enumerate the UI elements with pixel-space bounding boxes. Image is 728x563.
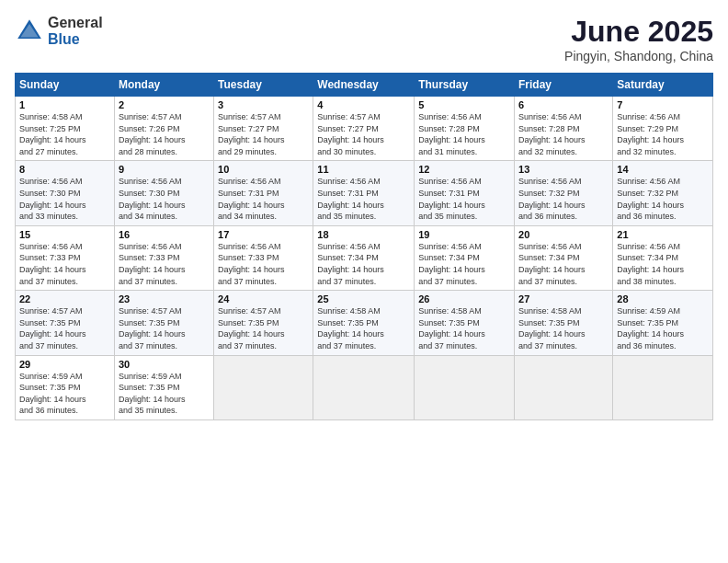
day-info: Sunrise: 4:59 AM Sunset: 7:35 PM Dayligh…: [119, 371, 210, 417]
calendar-cell: 26Sunrise: 4:58 AM Sunset: 7:35 PM Dayli…: [415, 291, 515, 355]
day-number: 26: [418, 293, 510, 304]
day-number: 25: [317, 293, 410, 304]
day-info: Sunrise: 4:56 AM Sunset: 7:30 PM Dayligh…: [119, 176, 210, 222]
day-number: 30: [119, 359, 210, 370]
calendar-cell: 21Sunrise: 4:56 AM Sunset: 7:34 PM Dayli…: [613, 225, 713, 290]
calendar-cell: 1Sunrise: 4:58 AM Sunset: 7:25 PM Daylig…: [16, 97, 115, 161]
day-number: 27: [518, 293, 609, 304]
calendar-cell: 2Sunrise: 4:57 AM Sunset: 7:26 PM Daylig…: [114, 97, 213, 161]
col-header-tuesday: Tuesday: [214, 74, 313, 97]
day-number: 4: [317, 99, 410, 110]
calendar-cell: 4Sunrise: 4:57 AM Sunset: 7:27 PM Daylig…: [313, 97, 415, 161]
logo-blue: Blue: [48, 31, 103, 48]
day-info: Sunrise: 4:57 AM Sunset: 7:27 PM Dayligh…: [218, 111, 309, 157]
calendar-cell: [214, 355, 313, 419]
day-number: 24: [218, 293, 309, 304]
col-header-thursday: Thursday: [415, 74, 515, 97]
calendar-cell: 12Sunrise: 4:56 AM Sunset: 7:31 PM Dayli…: [415, 161, 515, 225]
calendar-cell: 6Sunrise: 4:56 AM Sunset: 7:28 PM Daylig…: [515, 97, 613, 161]
logo: General Blue: [15, 15, 103, 47]
logo-icon: [15, 17, 44, 46]
day-info: Sunrise: 4:56 AM Sunset: 7:31 PM Dayligh…: [418, 176, 510, 222]
title-block: June 2025 Pingyin, Shandong, China: [564, 15, 713, 63]
day-info: Sunrise: 4:56 AM Sunset: 7:33 PM Dayligh…: [19, 241, 110, 287]
day-number: 29: [19, 359, 110, 370]
calendar-cell: 22Sunrise: 4:57 AM Sunset: 7:35 PM Dayli…: [16, 291, 115, 355]
calendar-cell: 16Sunrise: 4:56 AM Sunset: 7:33 PM Dayli…: [114, 225, 213, 290]
calendar-cell: 23Sunrise: 4:57 AM Sunset: 7:35 PM Dayli…: [114, 291, 213, 355]
calendar-subtitle: Pingyin, Shandong, China: [564, 49, 713, 63]
day-info: Sunrise: 4:56 AM Sunset: 7:32 PM Dayligh…: [518, 176, 609, 222]
calendar-cell: [313, 355, 415, 419]
day-number: 21: [617, 229, 709, 240]
calendar-cell: 27Sunrise: 4:58 AM Sunset: 7:35 PM Dayli…: [515, 291, 613, 355]
day-number: 7: [617, 99, 709, 110]
day-info: Sunrise: 4:57 AM Sunset: 7:26 PM Dayligh…: [119, 111, 210, 157]
calendar-cell: [415, 355, 515, 419]
day-info: Sunrise: 4:58 AM Sunset: 7:25 PM Dayligh…: [19, 111, 110, 157]
col-header-friday: Friday: [515, 74, 613, 97]
day-number: 28: [617, 293, 709, 304]
calendar-cell: 18Sunrise: 4:56 AM Sunset: 7:34 PM Dayli…: [313, 225, 415, 290]
day-number: 3: [218, 99, 309, 110]
calendar-table: SundayMondayTuesdayWednesdayThursdayFrid…: [15, 73, 713, 420]
col-header-saturday: Saturday: [613, 74, 713, 97]
calendar-cell: 8Sunrise: 4:56 AM Sunset: 7:30 PM Daylig…: [16, 161, 115, 225]
calendar-cell: 14Sunrise: 4:56 AM Sunset: 7:32 PM Dayli…: [613, 161, 713, 225]
calendar-cell: 7Sunrise: 4:56 AM Sunset: 7:29 PM Daylig…: [613, 97, 713, 161]
calendar-title: June 2025: [564, 15, 713, 49]
col-header-sunday: Sunday: [16, 74, 115, 97]
calendar-cell: 5Sunrise: 4:56 AM Sunset: 7:28 PM Daylig…: [415, 97, 515, 161]
calendar-cell: 11Sunrise: 4:56 AM Sunset: 7:31 PM Dayli…: [313, 161, 415, 225]
col-header-monday: Monday: [114, 74, 213, 97]
day-info: Sunrise: 4:56 AM Sunset: 7:32 PM Dayligh…: [617, 176, 709, 222]
calendar-cell: [515, 355, 613, 419]
day-info: Sunrise: 4:58 AM Sunset: 7:35 PM Dayligh…: [518, 305, 609, 351]
logo-text: General Blue: [48, 15, 103, 47]
calendar-cell: 20Sunrise: 4:56 AM Sunset: 7:34 PM Dayli…: [515, 225, 613, 290]
day-number: 19: [418, 229, 510, 240]
calendar-cell: 10Sunrise: 4:56 AM Sunset: 7:31 PM Dayli…: [214, 161, 313, 225]
calendar-cell: 17Sunrise: 4:56 AM Sunset: 7:33 PM Dayli…: [214, 225, 313, 290]
day-info: Sunrise: 4:58 AM Sunset: 7:35 PM Dayligh…: [317, 305, 410, 351]
day-info: Sunrise: 4:56 AM Sunset: 7:34 PM Dayligh…: [418, 241, 510, 287]
day-number: 16: [119, 229, 210, 240]
day-info: Sunrise: 4:58 AM Sunset: 7:35 PM Dayligh…: [418, 305, 510, 351]
day-info: Sunrise: 4:56 AM Sunset: 7:29 PM Dayligh…: [617, 111, 709, 157]
day-number: 22: [19, 293, 110, 304]
day-number: 5: [418, 99, 510, 110]
day-info: Sunrise: 4:56 AM Sunset: 7:28 PM Dayligh…: [518, 111, 609, 157]
day-info: Sunrise: 4:56 AM Sunset: 7:31 PM Dayligh…: [317, 176, 410, 222]
calendar-cell: 19Sunrise: 4:56 AM Sunset: 7:34 PM Dayli…: [415, 225, 515, 290]
day-number: 13: [518, 164, 609, 175]
day-number: 23: [119, 293, 210, 304]
day-number: 1: [19, 99, 110, 110]
day-info: Sunrise: 4:56 AM Sunset: 7:28 PM Dayligh…: [418, 111, 510, 157]
calendar-cell: 9Sunrise: 4:56 AM Sunset: 7:30 PM Daylig…: [114, 161, 213, 225]
calendar-cell: 29Sunrise: 4:59 AM Sunset: 7:35 PM Dayli…: [16, 355, 115, 419]
day-number: 17: [218, 229, 309, 240]
day-info: Sunrise: 4:59 AM Sunset: 7:35 PM Dayligh…: [19, 371, 110, 417]
day-info: Sunrise: 4:56 AM Sunset: 7:34 PM Dayligh…: [518, 241, 609, 287]
header: General Blue June 2025 Pingyin, Shandong…: [15, 15, 713, 63]
day-info: Sunrise: 4:57 AM Sunset: 7:35 PM Dayligh…: [218, 305, 309, 351]
day-number: 20: [518, 229, 609, 240]
calendar-cell: 3Sunrise: 4:57 AM Sunset: 7:27 PM Daylig…: [214, 97, 313, 161]
day-number: 10: [218, 164, 309, 175]
day-info: Sunrise: 4:56 AM Sunset: 7:34 PM Dayligh…: [317, 241, 410, 287]
calendar-cell: [613, 355, 713, 419]
day-info: Sunrise: 4:59 AM Sunset: 7:35 PM Dayligh…: [617, 305, 709, 351]
calendar-cell: 30Sunrise: 4:59 AM Sunset: 7:35 PM Dayli…: [114, 355, 213, 419]
logo-general: General: [48, 15, 103, 31]
calendar-cell: 15Sunrise: 4:56 AM Sunset: 7:33 PM Dayli…: [16, 225, 115, 290]
day-number: 8: [19, 164, 110, 175]
day-number: 15: [19, 229, 110, 240]
calendar-cell: 13Sunrise: 4:56 AM Sunset: 7:32 PM Dayli…: [515, 161, 613, 225]
day-number: 18: [317, 229, 410, 240]
calendar-cell: 24Sunrise: 4:57 AM Sunset: 7:35 PM Dayli…: [214, 291, 313, 355]
day-info: Sunrise: 4:56 AM Sunset: 7:31 PM Dayligh…: [218, 176, 309, 222]
day-info: Sunrise: 4:56 AM Sunset: 7:30 PM Dayligh…: [19, 176, 110, 222]
day-info: Sunrise: 4:57 AM Sunset: 7:35 PM Dayligh…: [119, 305, 210, 351]
day-info: Sunrise: 4:56 AM Sunset: 7:34 PM Dayligh…: [617, 241, 709, 287]
day-info: Sunrise: 4:56 AM Sunset: 7:33 PM Dayligh…: [218, 241, 309, 287]
